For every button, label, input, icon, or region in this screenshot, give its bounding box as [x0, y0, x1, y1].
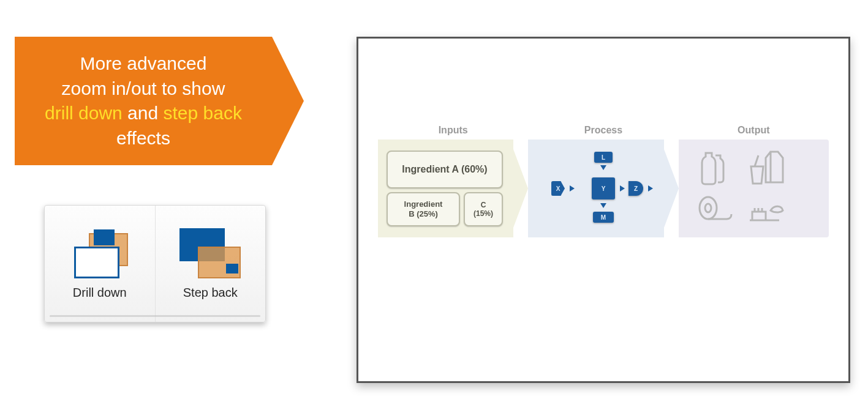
process-node-top: L	[594, 152, 613, 163]
segment-process: Process L X Y Z	[528, 140, 678, 237]
ingredient-b: Ingredient B (25%)	[387, 192, 460, 226]
svg-point-0	[700, 197, 717, 219]
callout-highlight-drill: drill down	[45, 103, 123, 123]
toothpaste-icon	[746, 196, 789, 225]
process-node-center: Y	[592, 177, 615, 199]
callout-line2: zoom in/out to show	[62, 78, 225, 99]
step-back-button[interactable]: Step back	[156, 206, 266, 322]
process-node-left: X	[551, 181, 565, 196]
drill-down-icon	[69, 228, 130, 277]
callout-line1: More advanced	[80, 53, 207, 73]
callout-advanced-zoom: More advanced zoom in/out to show drill …	[15, 37, 272, 165]
svg-point-1	[705, 204, 711, 212]
callout-line4: effects	[116, 128, 170, 148]
arrow-right-icon-3	[648, 185, 653, 192]
drill-down-button[interactable]: Drill down	[45, 206, 156, 322]
header-process: Process	[528, 125, 678, 136]
drill-down-label: Drill down	[73, 286, 127, 300]
process-node-right: Z	[628, 181, 643, 196]
segment-inputs: Inputs Ingredient A (60%) Ingredient B (…	[378, 140, 528, 237]
process-node-bottom: M	[593, 212, 614, 223]
arrow-right-icon	[570, 185, 575, 192]
step-back-label: Step back	[183, 286, 238, 300]
ingredient-c: C (15%)	[464, 192, 503, 226]
segment-output: Output	[679, 140, 829, 237]
step-back-icon	[179, 228, 241, 277]
chevron-inputs: Ingredient A (60%) Ingredient B (25%) C …	[378, 140, 528, 237]
arrow-down-icon-2	[600, 203, 606, 208]
carton-cup-icon	[746, 148, 789, 187]
callout-highlight-step: step back	[164, 103, 242, 123]
slide-preview: Inputs Ingredient A (60%) Ingredient B (…	[357, 37, 850, 383]
chevron-process: L X Y Z M	[528, 140, 678, 237]
header-output: Output	[679, 125, 829, 136]
paper-roll-icon	[697, 196, 734, 225]
zoom-toolbar: Drill down Step back	[44, 205, 266, 322]
arrow-down-icon	[600, 165, 606, 170]
process-flow-row: Inputs Ingredient A (60%) Ingredient B (…	[378, 140, 829, 237]
bottles-icon	[697, 148, 730, 187]
ingredient-a: Ingredient A (60%)	[387, 151, 503, 188]
header-inputs: Inputs	[378, 125, 528, 136]
callout-and: and	[123, 103, 164, 123]
arrow-right-icon-2	[620, 185, 625, 192]
chevron-output	[679, 140, 829, 237]
